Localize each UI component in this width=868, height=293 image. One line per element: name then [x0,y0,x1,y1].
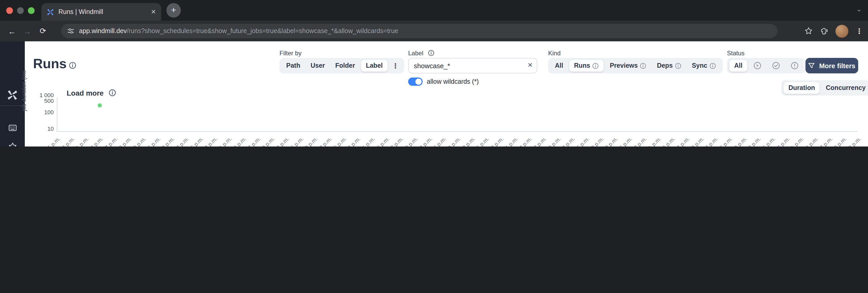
kind-sync[interactable]: Sync [687,60,721,71]
close-window-button[interactable] [6,7,13,14]
x-axis-line[interactable] [57,131,858,132]
filter-by-path[interactable]: Path [282,60,305,71]
page-title: Runs [33,56,67,72]
url-path: /runs?show_schedules=true&show_future_jo… [127,27,398,35]
browser-tab[interactable]: Runs | Windmill ✕ [41,3,161,21]
sidebar-item-favorites[interactable] [0,142,25,146]
minimize-window-button[interactable] [17,7,24,14]
y-axis-line [57,97,57,131]
toolbar-actions: ⋮ [804,21,863,41]
reload-button[interactable]: ⟳ [35,26,51,36]
clear-label-icon[interactable]: ✕ [528,61,533,69]
status-all[interactable]: All [729,59,748,72]
kind-previews[interactable]: Previews [605,60,651,71]
info-icon[interactable] [69,61,76,69]
forward-button: → [20,27,35,35]
status-label: Status [727,50,745,57]
app-window: Runs | Windmill ✕ + ⌄ ← → ⟳ app.windmill… [0,0,868,146]
y-tick: 10 [33,125,54,132]
address-bar[interactable]: app.windmill.dev/runs?show_schedules=tru… [61,24,778,38]
status-success-icon[interactable] [767,59,785,72]
tab-concurrency[interactable]: Concurrency [821,82,868,93]
y-tick: 1 000 [33,92,54,98]
tab-duration[interactable]: Duration [783,82,820,94]
allow-wildcards-label: allow wildcards (*) [427,78,479,85]
zoom-window-button[interactable] [28,7,35,14]
info-icon [675,62,681,69]
browser-menu-icon[interactable]: ⋮ [856,27,863,35]
site-settings-icon[interactable] [67,27,74,35]
run-data-point[interactable] [98,104,102,108]
extensions-icon[interactable] [820,27,828,35]
info-icon [640,62,647,69]
label-filter-label: Label [408,50,424,57]
url-host: app.windmill.dev [79,27,127,35]
kind-runs[interactable]: Runs [569,59,604,72]
filter-menu-kebab-icon[interactable]: ⋮ [389,62,402,69]
filter-by-label-option[interactable]: Label [361,59,388,72]
tab-search-chevron-icon[interactable]: ⌄ [856,5,862,13]
kind-label: Kind [548,50,561,57]
view-tabs: Duration Concurrency [781,80,868,96]
sidebar-item-workspace[interactable] [0,123,25,132]
tab-title: Runs | Windmill [58,8,147,16]
filter-by-label: Filter by [280,50,302,57]
bookmark-star-icon[interactable] [804,27,813,35]
info-icon [709,62,716,69]
windmill-favicon-icon [46,8,54,16]
status-running-icon[interactable] [749,59,766,72]
load-more-button[interactable]: Load more [67,89,103,97]
new-tab-button[interactable]: + [166,3,181,18]
url-text[interactable]: app.windmill.dev/runs?show_schedules=tru… [79,27,398,35]
profile-avatar[interactable] [835,25,848,37]
status-failure-icon[interactable] [786,59,803,72]
kind-deps[interactable]: Deps [652,60,686,71]
y-axis-label: job duration (ms [21,70,27,111]
y-tick: 100 [33,109,54,115]
allow-wildcards-toggle[interactable] [408,78,423,86]
kind-all[interactable]: All [550,60,568,71]
label-filter-input[interactable] [408,58,537,74]
x-tick-label: 3:21:45 p.m. [35,136,61,146]
more-filters-button[interactable]: More filters [805,58,858,74]
browser-tab-bar: Runs | Windmill ✕ + ⌄ [0,0,868,21]
y-tick: 500 [33,98,54,104]
filter-by-folder[interactable]: Folder [331,60,360,71]
info-icon[interactable] [108,89,116,97]
filter-by-user[interactable]: User [306,60,330,71]
tab-close-icon[interactable]: ✕ [151,8,156,16]
info-icon [592,62,599,69]
funnel-icon [808,62,815,69]
kind-segmented: All Runs Previews Deps Sync [548,58,723,74]
back-button[interactable]: ← [4,27,20,35]
filter-by-segmented: Path User Folder Label ⋮ [280,58,404,74]
info-icon[interactable] [428,50,435,56]
status-segmented: All [727,58,805,74]
